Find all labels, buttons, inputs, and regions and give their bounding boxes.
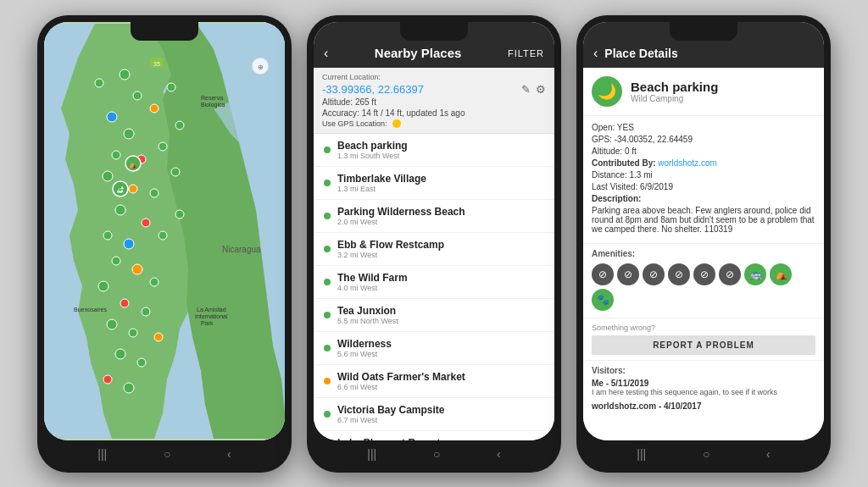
current-location-label: Current Location: — [322, 73, 546, 81]
nav-home-icon[interactable]: ○ — [164, 447, 170, 461]
svg-point-24 — [107, 319, 117, 329]
nav-back-icon[interactable]: ‹ — [766, 447, 771, 461]
visitor-name: worldshotz.com - 4/10/2017 — [592, 401, 815, 411]
nav-menu-icon[interactable]: ||| — [637, 447, 646, 461]
place-dist: 4.0 mi West — [337, 284, 544, 292]
svg-text:Buenosaires: Buenosaires — [74, 307, 107, 313]
place-list[interactable]: Beach parking 1.3 mi South West Timberla… — [314, 134, 554, 440]
nav-menu-icon[interactable]: ||| — [97, 447, 107, 461]
place-dot — [324, 279, 331, 285]
phone-notch — [131, 22, 198, 41]
list-item[interactable]: Victoria Bay Campsite 6.7 mi West — [314, 398, 554, 431]
place-dot — [324, 246, 331, 252]
list-item[interactable]: Tea Junxion 5.5 mi North West — [314, 299, 554, 332]
list-item[interactable]: Lake Pleasant Resort 10.0 mi East — [314, 431, 554, 440]
place-dot — [324, 213, 331, 219]
contributed-link[interactable]: worldshotz.com — [658, 158, 716, 168]
svg-point-20 — [150, 278, 159, 286]
place-dot — [324, 411, 331, 418]
map-svg: Nicaragua — [44, 22, 285, 440]
list-item[interactable]: Beach parking 1.3 mi South West — [314, 134, 554, 167]
svg-point-19 — [132, 264, 142, 274]
place-dist: 1.3 mi East — [337, 185, 544, 193]
place-info: Tea Junxion 5.5 mi North West — [337, 305, 544, 325]
amenity-icon: ⊘ — [693, 263, 715, 285]
place-icon: 🌙 — [592, 76, 622, 107]
svg-text:35: 35 — [153, 61, 160, 67]
nav-home-icon[interactable]: ○ — [433, 447, 440, 461]
list-item[interactable]: Ebb & Flow Restcamp 3.2 mi West — [314, 233, 554, 266]
report-label: Something wrong? — [592, 324, 815, 332]
visitors-title: Visitors: — [592, 366, 815, 375]
svg-text:International: International — [195, 313, 228, 319]
svg-point-18 — [112, 257, 120, 265]
phone-detail: ‹ Place Details 🌙 Beach parking Wild Cam… — [576, 15, 831, 473]
nav-menu-icon[interactable]: ||| — [367, 447, 376, 461]
nav-home-icon[interactable]: ○ — [703, 447, 709, 461]
list-item[interactable]: The Wild Farm 4.0 mi West — [314, 266, 554, 299]
list-item[interactable]: Wild Oats Farmer's Market 6.6 mi West — [314, 365, 554, 398]
svg-point-29 — [103, 375, 112, 384]
place-dot — [324, 378, 331, 385]
place-dist: 5.6 mi West — [337, 350, 544, 358]
visitors-list: Me - 5/11/2019 I am here testing this se… — [592, 379, 815, 411]
place-dist: 1.3 mi South West — [337, 152, 544, 160]
svg-text:🏕: 🏕 — [117, 186, 124, 194]
svg-point-30 — [124, 383, 134, 393]
place-dist: 5.5 mi North West — [337, 317, 544, 325]
place-header: 🌙 Beach parking Wild Camping — [583, 68, 824, 116]
map-container[interactable]: Nicaragua — [44, 22, 285, 440]
list-item[interactable]: Parking Wilderness Beach 2.0 mi West — [314, 200, 554, 233]
amenity-icon: ⛺ — [770, 263, 792, 285]
svg-text:La Amistad: La Amistad — [197, 307, 226, 313]
svg-point-6 — [124, 129, 134, 139]
coords-icons: ✎ ⚙ — [521, 83, 546, 96]
description-label: Description: — [592, 194, 815, 203]
contributed-label: Contributed By: — [592, 158, 656, 168]
amenities-row: ⊘⊘⊘⊘⊘⊘🚌⛺🐾 — [583, 260, 824, 318]
place-dist: 2.0 mi West — [337, 218, 544, 226]
svg-point-21 — [98, 281, 108, 291]
visitor-item: worldshotz.com - 4/10/2017 — [592, 401, 815, 411]
list-bottom-bar: ||| ○ ‹ — [314, 442, 554, 466]
phone-map: Nicaragua — [37, 15, 292, 473]
settings-icon[interactable]: ⚙ — [536, 83, 546, 96]
place-name: Beach parking — [337, 140, 544, 152]
list-filter-button[interactable]: FILTER — [508, 48, 544, 58]
place-dot — [324, 147, 331, 153]
amenity-icon: ⊘ — [668, 263, 690, 285]
current-location-coords: -33.99366, 22.66397 ✎ ⚙ — [322, 83, 546, 96]
place-info: Wild Oats Farmer's Market 6.6 mi West — [337, 371, 544, 391]
map-bottom-bar: ||| ○ ‹ — [44, 442, 285, 466]
list-item[interactable]: Wilderness 5.6 mi West — [314, 332, 554, 365]
svg-point-27 — [115, 349, 125, 359]
svg-point-23 — [142, 307, 150, 316]
svg-text:Biologica: Biologica — [201, 102, 225, 108]
amenity-icon: ⊘ — [643, 263, 665, 285]
coords-text: -33.99366, 22.66397 — [322, 83, 424, 96]
phone-notch — [670, 22, 737, 41]
svg-point-26 — [154, 333, 163, 341]
place-name: The Wild Farm — [337, 272, 544, 284]
svg-point-22 — [120, 299, 129, 307]
place-info: Lake Pleasant Resort 10.0 mi East — [337, 437, 544, 440]
altitude-info: Altitude: 0 ft — [592, 147, 815, 156]
detail-back-button[interactable]: ‹ — [593, 46, 598, 61]
place-name: Beach parking — [631, 80, 718, 94]
place-name: Parking Wilderness Beach — [337, 206, 544, 218]
visitors-section: Visitors: Me - 5/11/2019 I am here testi… — [583, 361, 824, 421]
last-visited: Last Visited: 6/9/2019 — [592, 182, 815, 191]
place-dot — [324, 180, 331, 186]
edit-icon[interactable]: ✎ — [521, 83, 531, 96]
svg-point-5 — [150, 104, 159, 113]
detail-body: 🌙 Beach parking Wild Camping Open: YES G… — [583, 68, 824, 440]
svg-point-2 — [120, 69, 130, 80]
list-item[interactable]: Timberlake Village 1.3 mi East — [314, 167, 554, 200]
svg-point-17 — [159, 231, 167, 240]
nav-back-icon[interactable]: ‹ — [227, 447, 231, 461]
contributed-row: Contributed By: worldshotz.com — [592, 158, 815, 168]
nav-back-icon[interactable]: ‹ — [497, 447, 501, 461]
report-button[interactable]: REPORT A PROBLEM — [592, 335, 815, 355]
gps-coords: GPS: -34.00352, 22.64459 — [592, 135, 815, 144]
description-text: Parking area above beach. Few anglers ar… — [592, 206, 815, 234]
